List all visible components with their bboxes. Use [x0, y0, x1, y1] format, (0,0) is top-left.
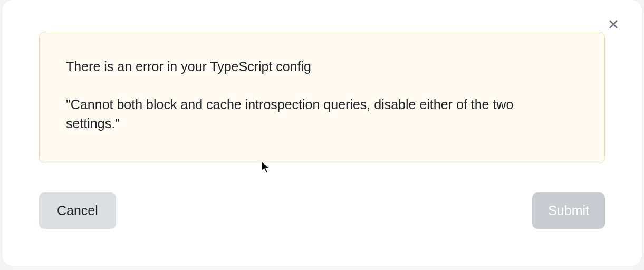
submit-button[interactable]: Submit [532, 192, 605, 229]
modal-dialog: There is an error in your TypeScript con… [2, 0, 642, 266]
close-button[interactable] [606, 17, 621, 32]
cancel-button[interactable]: Cancel [39, 192, 116, 229]
error-title: There is an error in your TypeScript con… [66, 57, 578, 76]
error-alert: There is an error in your TypeScript con… [39, 32, 605, 163]
dialog-actions: Cancel Submit [39, 192, 605, 229]
close-icon [607, 18, 620, 31]
error-message: "Cannot both block and cache introspecti… [66, 95, 562, 133]
